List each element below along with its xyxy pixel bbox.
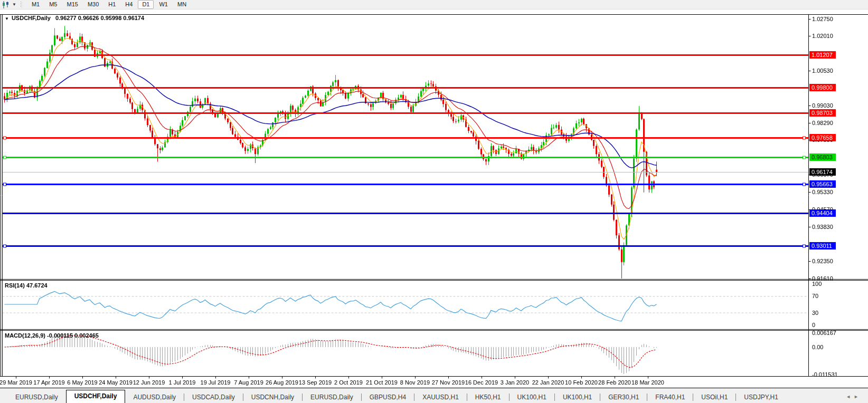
tabbar-notch bbox=[0, 392, 7, 403]
chart-tab-uk100-h1[interactable]: UK100,H1 bbox=[510, 392, 554, 403]
price-axis-tick: 1.02010 bbox=[812, 32, 833, 40]
level-price-label: 0.93011 bbox=[809, 242, 836, 250]
price-axis-tick: 0.95330 bbox=[812, 188, 833, 196]
timeframe-button-m30[interactable]: M30 bbox=[83, 0, 103, 9]
timeframe-button-h1[interactable]: H1 bbox=[104, 0, 120, 9]
timeframe-button-w1[interactable]: W1 bbox=[155, 0, 172, 9]
chart-tabs: EURUSD,DailyUSDCHF,DailyAUDUSD,DailyUSDC… bbox=[7, 392, 786, 403]
price-axis-tick: 1.00530 bbox=[812, 67, 833, 74]
toolbar-grip[interactable] bbox=[21, 2, 23, 8]
level-price-label: 0.98703 bbox=[809, 109, 836, 117]
level-price-label: 0.95663 bbox=[809, 180, 836, 188]
chart-symbol-label: USDCHF,Daily bbox=[12, 15, 51, 21]
chart-tabs-bar: EURUSD,DailyUSDCHF,DailyAUDUSD,DailyUSDC… bbox=[0, 388, 868, 403]
rsi-axis-tick: 100 bbox=[812, 280, 822, 287]
level-price-label: 1.01207 bbox=[809, 51, 836, 59]
timeframe-buttons: M1M5M15M30H1H4D1W1MN bbox=[27, 0, 191, 9]
level-price-label: 0.94404 bbox=[809, 209, 836, 217]
price-axis-tick: 0.92350 bbox=[812, 257, 833, 265]
current-price-label: 0.96174 bbox=[809, 168, 836, 176]
timeframe-button-h4[interactable]: H4 bbox=[121, 0, 137, 9]
chart-tab-usoil-h1[interactable]: USOil,H1 bbox=[693, 392, 735, 403]
rsi-indicator-label: RSI(14) 47.6724 bbox=[5, 282, 48, 289]
timeframe-button-m15[interactable]: M15 bbox=[62, 0, 82, 9]
chart-tab-usdchf-daily[interactable]: USDCHF,Daily bbox=[66, 390, 126, 403]
macd-axis-tick: 0.006167 bbox=[812, 329, 836, 337]
ohlc-values: 0.96277 0.96626 0.95998 0.96174 bbox=[55, 15, 144, 21]
chart-tab-uk100-h1[interactable]: UK100,H1 bbox=[555, 392, 600, 403]
chart-tab-gbpusd-h4[interactable]: GBPUSD,H4 bbox=[362, 392, 414, 403]
chart-tab-usdcad-daily[interactable]: USDCAD,Daily bbox=[184, 392, 243, 403]
level-price-label: 0.99800 bbox=[809, 84, 836, 91]
candlestick-chart-icon[interactable] bbox=[2, 1, 10, 8]
scroll-tabs-left-icon[interactable]: ◄ bbox=[846, 394, 854, 399]
rsi-axis-tick: 70 bbox=[812, 292, 818, 300]
trading-terminal: ▼ M1M5M15M30H1H4D1W1MN ▼USDCHF,Daily0.96… bbox=[0, 0, 868, 403]
triangle-down-icon[interactable]: ▼ bbox=[5, 16, 9, 21]
level-price-label: 0.97658 bbox=[809, 134, 836, 141]
timeframe-button-m1[interactable]: M1 bbox=[27, 0, 44, 9]
price-axis-tick: 0.93830 bbox=[812, 223, 833, 231]
price-axis-tick: 0.99030 bbox=[812, 102, 833, 109]
price-axis-tick: 1.02750 bbox=[812, 15, 833, 23]
chart-tab-ger30-h1[interactable]: GER30,H1 bbox=[600, 392, 647, 403]
macd-axis-tick: -0.011531 bbox=[812, 371, 838, 378]
chevron-down-icon[interactable]: ▼ bbox=[12, 2, 16, 7]
chart-tab-usdjpy-h1[interactable]: USDJPY,H1 bbox=[736, 392, 786, 403]
macd-indicator-label: MACD(12,26,9) -0.000115 0.002465 bbox=[5, 332, 99, 339]
chart-tab-audusd-daily[interactable]: AUDUSD,Daily bbox=[125, 392, 184, 403]
scroll-tabs-right-icon[interactable]: ► bbox=[854, 394, 862, 399]
chart-tab-fra40-h1[interactable]: FRA40,H1 bbox=[647, 392, 693, 403]
rsi-axis-tick: 0 bbox=[812, 321, 815, 329]
level-price-label: 0.96803 bbox=[809, 153, 836, 161]
macd-axis-tick: 0.00 bbox=[812, 343, 823, 351]
chart-title: ▼USDCHF,Daily0.96277 0.96626 0.95998 0.9… bbox=[5, 15, 144, 21]
chart-tab-usdcnh-daily[interactable]: USDCNH,Daily bbox=[243, 392, 302, 403]
tab-scroll-controls: ◄► bbox=[846, 394, 862, 399]
price-chart-canvas[interactable] bbox=[0, 9, 868, 388]
rsi-axis-tick: 30 bbox=[812, 309, 818, 316]
timeframe-button-mn[interactable]: MN bbox=[173, 0, 191, 9]
toolbar: ▼ M1M5M15M30H1H4D1W1MN bbox=[0, 0, 868, 9]
date-axis-label: 18 Mar 2020 bbox=[626, 379, 670, 386]
chart-tab-hk50-h1[interactable]: HK50,H1 bbox=[467, 392, 509, 403]
timeframe-button-m5[interactable]: M5 bbox=[45, 0, 61, 9]
chart-tab-eurusd-daily[interactable]: EURUSD,Daily bbox=[7, 392, 66, 403]
chart-window: ▼USDCHF,Daily0.96277 0.96626 0.95998 0.9… bbox=[0, 9, 868, 388]
chart-tab-eurusd-daily[interactable]: EURUSD,Daily bbox=[303, 392, 361, 403]
price-axis-tick: 0.98290 bbox=[812, 119, 833, 127]
timeframe-button-d1[interactable]: D1 bbox=[138, 0, 154, 9]
chart-tab-xauusd-h1[interactable]: XAUUSD,H1 bbox=[414, 392, 467, 403]
